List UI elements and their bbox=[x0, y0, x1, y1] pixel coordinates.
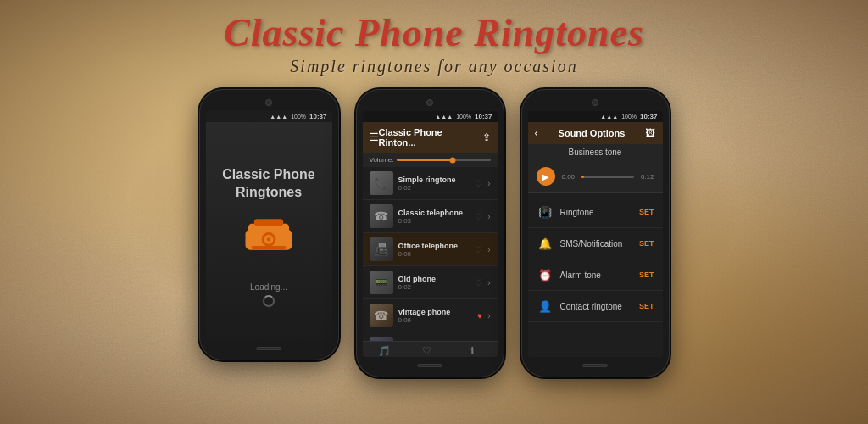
options-title: Sound Options bbox=[559, 128, 626, 138]
ringtone-name-4: Old phone bbox=[398, 275, 470, 283]
phone-2-screen: ▲▲▲ 100% 10:37 ☰ Classic Phone Rinton...… bbox=[363, 111, 498, 357]
heart-icon-3[interactable]: ♡ bbox=[475, 245, 482, 254]
battery-2: 100% bbox=[456, 114, 471, 120]
sms-set-button[interactable]: SET bbox=[639, 239, 654, 248]
ringtone-dur-2: 0:03 bbox=[398, 217, 470, 225]
ringtone-option-label: Ringtone bbox=[560, 208, 632, 217]
player-fill bbox=[581, 176, 584, 178]
ringtone-thumb-5: ☎ bbox=[370, 304, 393, 327]
ringtone-actions-3: ♡ › bbox=[475, 245, 490, 254]
sms-option-icon: 🔔 bbox=[537, 235, 554, 252]
phone-2: ▲▲▲ 100% 10:37 ☰ Classic Phone Rinton...… bbox=[356, 89, 504, 377]
svg-rect-2 bbox=[254, 219, 283, 226]
alarm-option-label: Alarm tone bbox=[560, 271, 632, 280]
list-item[interactable]: 📠 Office telephone 0:06 ♡ › bbox=[363, 233, 498, 266]
nav-info[interactable]: ℹ Informations bbox=[456, 345, 489, 357]
ringtone-dur-5: 0:06 bbox=[398, 316, 473, 324]
ringtone-name-1: Simple ringtone bbox=[398, 176, 470, 184]
heart-icon-2[interactable]: ♡ bbox=[475, 212, 482, 221]
ringtone-set-button[interactable]: SET bbox=[639, 208, 654, 216]
ringtone-thumb-1: 📞 bbox=[370, 171, 393, 195]
back-icon[interactable]: ‹ bbox=[535, 127, 538, 139]
options-subtitle: Business tone bbox=[528, 144, 663, 160]
ringtone-dur-3: 0:06 bbox=[398, 250, 470, 258]
ringtone-thumb-3: 📠 bbox=[370, 237, 393, 261]
time-3: 10:37 bbox=[640, 113, 657, 120]
nav-favorites[interactable]: ♡ Favorites bbox=[415, 345, 439, 357]
nav-ringtones[interactable]: 🎵 Ringtones bbox=[371, 345, 398, 357]
alarm-option-icon: ⏰ bbox=[537, 266, 554, 283]
ringtone-info-2: Classic telephone 0:03 bbox=[398, 209, 470, 225]
list-header-title: Classic Phone Rinton... bbox=[379, 127, 482, 148]
info-nav-icon: ℹ bbox=[470, 345, 475, 357]
ringtone-name-2: Classic telephone bbox=[398, 209, 470, 217]
list-screen: ☰ Classic Phone Rinton... ⇪ Volume: � bbox=[363, 122, 498, 357]
chevron-icon-5[interactable]: › bbox=[487, 311, 490, 321]
option-contact[interactable]: 👤 Contact ringtone SET bbox=[528, 291, 663, 322]
sms-option-label: SMS/Notification bbox=[560, 239, 632, 248]
player-track[interactable] bbox=[581, 176, 634, 178]
option-sms[interactable]: 🔔 SMS/Notification SET bbox=[528, 228, 663, 259]
svg-point-7 bbox=[274, 235, 276, 237]
status-bar-3: ▲▲▲ 100% 10:37 bbox=[528, 111, 663, 122]
option-ringtone[interactable]: 📳 Ringtone SET bbox=[528, 197, 663, 228]
ringtone-name-5: Vintage phone bbox=[398, 308, 473, 316]
list-item[interactable]: ⚙ Rotary dial 0:07 ♡ › bbox=[363, 332, 498, 341]
list-item[interactable]: ☎ Classic telephone 0:03 ♡ › bbox=[363, 200, 498, 233]
phone-2-camera bbox=[426, 99, 433, 106]
ringtone-actions-2: ♡ › bbox=[475, 212, 490, 221]
loading-text: Loading... bbox=[250, 282, 287, 292]
chevron-icon-4[interactable]: › bbox=[487, 278, 490, 287]
option-alarm[interactable]: ⏰ Alarm tone SET bbox=[528, 259, 663, 291]
list-item[interactable]: ☎ Vintage phone 0:06 ♥ › bbox=[363, 299, 498, 332]
phone-icon bbox=[239, 212, 298, 259]
chevron-icon-2[interactable]: › bbox=[487, 212, 490, 221]
phone-3: ▲▲▲ 100% 10:37 ‹ Sound Options 🖼 Busines… bbox=[521, 89, 670, 377]
ringtone-thumb-4: 📟 bbox=[370, 271, 393, 294]
image-icon[interactable]: 🖼 bbox=[645, 127, 655, 139]
ringtone-list: 📞 Simple ringtone 0:02 ♡ › ☎ bbox=[363, 167, 498, 341]
favorites-nav-icon: ♡ bbox=[422, 345, 431, 357]
options-screen: ‹ Sound Options 🖼 Business tone ▶ 0:00 0… bbox=[528, 122, 663, 357]
phone-1-home-btn[interactable] bbox=[256, 347, 281, 350]
battery-1: 100% bbox=[291, 114, 306, 120]
contact-set-button[interactable]: SET bbox=[639, 302, 654, 310]
ringtones-nav-icon: 🎵 bbox=[378, 345, 391, 357]
chevron-icon-3[interactable]: › bbox=[487, 245, 490, 254]
alarm-set-button[interactable]: SET bbox=[639, 271, 654, 279]
status-bar-2: ▲▲▲ 100% 10:37 bbox=[363, 111, 498, 122]
phones-container: ▲▲▲ 100% 10:37 Classic Phone Ringtones bbox=[199, 89, 670, 377]
heart-icon-5[interactable]: ♥ bbox=[477, 311, 482, 321]
ringtone-dur-1: 0:02 bbox=[398, 184, 470, 192]
options-header: ‹ Sound Options 🖼 bbox=[528, 122, 663, 144]
hamburger-icon[interactable]: ☰ bbox=[370, 131, 379, 143]
ringtone-info-3: Office telephone 0:06 bbox=[398, 242, 470, 258]
battery-3: 100% bbox=[621, 114, 637, 120]
ringtone-name-3: Office telephone bbox=[398, 242, 470, 250]
time-1: 10:37 bbox=[309, 113, 326, 120]
svg-point-6 bbox=[262, 235, 264, 237]
time-2: 10:37 bbox=[475, 113, 492, 120]
ringtone-info-4: Old phone 0:02 bbox=[398, 275, 470, 291]
phone-3-home-btn[interactable] bbox=[582, 364, 608, 367]
page: Classic Phone Ringtones Simple ringtones… bbox=[0, 0, 868, 424]
ringtone-actions-4: ♡ › bbox=[475, 278, 490, 287]
ringtone-actions-1: ♡ › bbox=[475, 179, 490, 188]
play-button[interactable]: ▶ bbox=[537, 167, 555, 186]
volume-track[interactable] bbox=[397, 159, 490, 161]
heart-icon-1[interactable]: ♡ bbox=[475, 179, 482, 188]
ringtone-thumb-2: ☎ bbox=[370, 204, 393, 228]
heart-icon-4[interactable]: ♡ bbox=[475, 278, 482, 287]
list-item[interactable]: 📞 Simple ringtone 0:02 ♡ › bbox=[363, 167, 498, 200]
chevron-icon-1[interactable]: › bbox=[487, 179, 490, 188]
phone-3-camera bbox=[592, 99, 598, 106]
status-bar-1: ▲▲▲ 100% 10:37 bbox=[206, 111, 332, 122]
volume-bar: Volume: bbox=[363, 153, 498, 167]
share-icon[interactable]: ⇪ bbox=[482, 131, 491, 143]
ringtone-actions-5: ♥ › bbox=[477, 311, 490, 321]
player-current-time: 0:00 bbox=[562, 173, 576, 181]
phone-1-camera bbox=[265, 99, 272, 106]
list-item[interactable]: 📟 Old phone 0:02 ♡ › bbox=[363, 266, 498, 299]
phone-2-home-btn[interactable] bbox=[417, 364, 442, 367]
volume-thumb bbox=[450, 157, 456, 163]
